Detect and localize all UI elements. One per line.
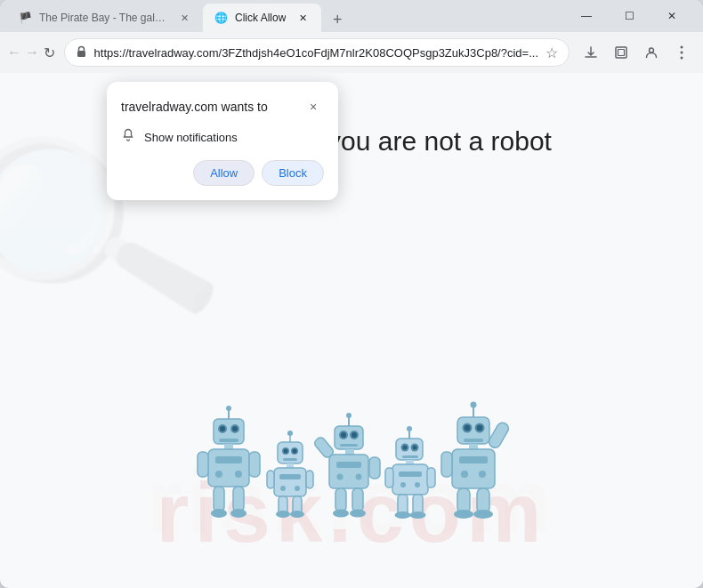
robot-4 [385, 423, 434, 517]
svg-rect-52 [340, 444, 358, 447]
svg-point-8 [226, 406, 231, 411]
svg-point-94 [461, 471, 468, 478]
svg-rect-92 [452, 449, 495, 488]
svg-rect-91 [469, 444, 478, 449]
tabs-container: 🏴 The Pirate Bay - The galaxy's m... ✕ 🌐… [7, 0, 562, 32]
svg-rect-55 [336, 462, 361, 468]
download-button[interactable] [577, 38, 605, 67]
svg-rect-98 [457, 488, 470, 513]
svg-point-89 [477, 425, 483, 431]
address-url: https://travelradway.com/3FZthdjsh4eO1co… [94, 46, 538, 60]
svg-rect-22 [214, 487, 224, 511]
svg-point-81 [395, 511, 411, 519]
svg-point-88 [465, 425, 471, 431]
toolbar: ← → ↻ https://travelradway.com/3FZthdjsh… [0, 32, 703, 73]
svg-point-95 [479, 471, 486, 478]
svg-point-5 [681, 52, 683, 54]
forward-button[interactable]: → [25, 38, 39, 67]
svg-point-25 [230, 509, 246, 518]
svg-rect-58 [313, 436, 335, 459]
svg-point-19 [235, 471, 242, 478]
svg-rect-21 [249, 452, 260, 477]
tab-close-2[interactable]: ✕ [295, 10, 311, 26]
svg-rect-39 [267, 471, 274, 488]
robot-5 [441, 399, 505, 517]
tab-favicon-2: 🌐 [214, 11, 228, 25]
back-icon: ← [7, 44, 21, 60]
toolbar-actions [577, 38, 696, 67]
svg-rect-90 [464, 439, 483, 442]
popup-header: travelradway.com wants to × [121, 96, 324, 117]
svg-rect-60 [335, 488, 346, 511]
close-icon: × [310, 100, 317, 114]
svg-point-82 [410, 511, 426, 519]
popup-close-button[interactable]: × [303, 96, 324, 117]
svg-point-12 [220, 426, 225, 431]
svg-rect-20 [198, 452, 208, 477]
svg-rect-14 [219, 439, 238, 442]
svg-rect-1 [616, 47, 626, 58]
minimize-button[interactable]: — [566, 3, 607, 29]
window-controls: — ☐ ✕ [566, 3, 692, 29]
layers-button[interactable] [607, 38, 635, 67]
svg-point-24 [211, 509, 227, 518]
reload-icon: ↻ [44, 44, 55, 61]
svg-rect-2 [618, 50, 625, 56]
svg-rect-17 [215, 456, 242, 463]
page-content: 🔍 risk.com risk.com Click "Allow" if you… [0, 73, 703, 588]
menu-button[interactable] [667, 38, 696, 67]
back-button[interactable]: ← [7, 38, 21, 67]
star-icon[interactable]: ☆ [545, 44, 558, 61]
notification-popup: travelradway.com wants to × Show notific… [107, 82, 338, 200]
block-button[interactable]: Block [262, 160, 324, 186]
svg-rect-73 [392, 464, 428, 495]
permission-text: Show notifications [144, 131, 238, 144]
maximize-button[interactable]: ☐ [609, 3, 650, 29]
svg-point-69 [403, 446, 408, 450]
svg-point-38 [295, 486, 300, 491]
svg-rect-93 [459, 456, 488, 463]
svg-point-3 [650, 48, 654, 52]
title-bar: 🏴 The Pirate Bay - The galaxy's m... ✕ 🌐… [0, 0, 703, 32]
svg-point-44 [290, 511, 304, 518]
close-button[interactable]: ✕ [651, 3, 692, 29]
svg-point-37 [280, 486, 286, 491]
robots-container [198, 399, 505, 517]
svg-rect-77 [385, 468, 393, 487]
new-tab-button[interactable]: + [325, 7, 350, 32]
svg-point-65 [407, 426, 412, 431]
svg-rect-71 [402, 455, 418, 458]
svg-rect-0 [77, 51, 85, 57]
svg-point-6 [681, 57, 683, 60]
robot-1 [198, 401, 260, 517]
allow-button[interactable]: Allow [193, 160, 255, 186]
svg-point-27 [287, 431, 293, 436]
svg-rect-33 [283, 458, 297, 461]
profile-button[interactable] [637, 38, 666, 67]
svg-point-18 [215, 471, 222, 478]
browser-window: 🏴 The Pirate Bay - The galaxy's m... ✕ 🌐… [0, 0, 703, 588]
svg-rect-35 [274, 468, 306, 496]
svg-point-46 [346, 413, 352, 418]
svg-point-63 [350, 510, 366, 518]
svg-rect-54 [329, 455, 368, 488]
svg-point-56 [337, 474, 343, 480]
reload-button[interactable]: ↻ [43, 38, 57, 67]
svg-rect-96 [487, 421, 510, 449]
address-bar[interactable]: https://travelradway.com/3FZthdjsh4eO1co… [64, 38, 570, 67]
svg-point-75 [400, 482, 406, 487]
svg-rect-99 [477, 488, 489, 513]
svg-rect-53 [345, 449, 354, 455]
lock-icon [76, 45, 87, 60]
svg-point-84 [471, 402, 477, 408]
tab-close-1[interactable]: ✕ [176, 10, 192, 26]
forward-icon: → [25, 44, 39, 60]
tab-piratebay[interactable]: 🏴 The Pirate Bay - The galaxy's m... ✕ [7, 4, 203, 32]
svg-point-76 [415, 482, 420, 487]
svg-point-51 [352, 432, 357, 438]
svg-point-57 [356, 474, 362, 480]
svg-point-100 [454, 510, 473, 519]
tab-clickallow[interactable]: 🌐 Click Allow ✕ [203, 4, 321, 32]
svg-rect-23 [233, 487, 244, 511]
svg-rect-59 [369, 457, 380, 479]
